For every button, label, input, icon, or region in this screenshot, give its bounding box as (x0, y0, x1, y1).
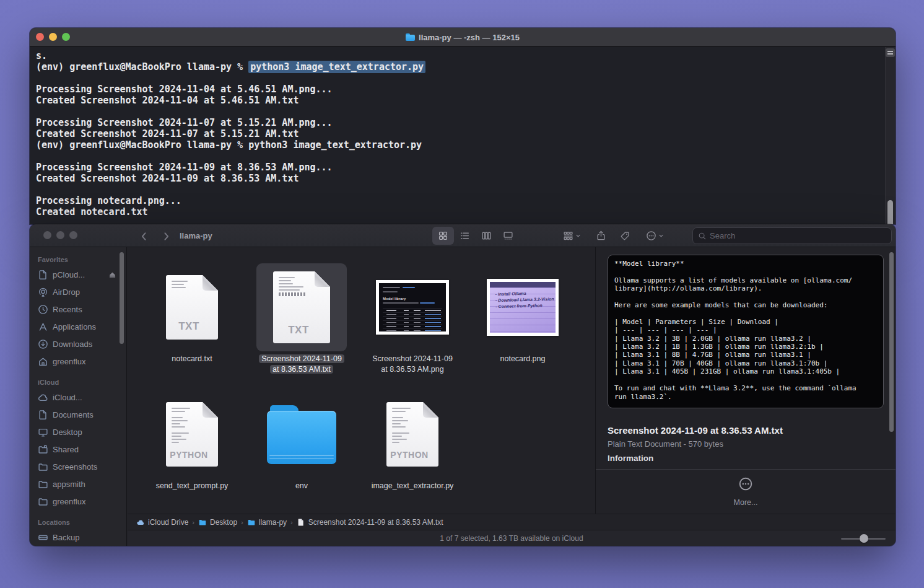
breadcrumb-llama-py[interactable]: llama-py (247, 518, 287, 527)
sidebar-item-recents[interactable]: Recents (30, 301, 126, 318)
terminal-line (36, 184, 885, 195)
preview-pane: **Model library** Ollama supports a list… (595, 247, 896, 546)
file-item-image-text-extractor.py[interactable]: PYTHON image_text_extractor.py (358, 390, 467, 491)
clock-icon (38, 304, 48, 315)
terminal-splitpane-button[interactable] (886, 48, 895, 57)
airdrop-icon (38, 287, 48, 297)
preview-file-meta: Plain Text Document - 570 bytes (608, 439, 723, 449)
sidebar-item-screenshots[interactable]: Screenshots (30, 458, 126, 475)
eject-icon[interactable] (107, 270, 118, 280)
finder-sidebar: FavoritespCloud...AirDropRecentsApplicat… (30, 247, 127, 546)
terminal-line: (env) greenflux@MacBookPro llama-py % py… (36, 139, 885, 151)
sidebar-item-label: AirDrop (53, 287, 80, 297)
share-button[interactable] (590, 227, 611, 245)
more-actions-button[interactable] (640, 227, 669, 245)
terminal-output[interactable]: s.(env) greenflux@MacBookPro llama-py % … (30, 47, 885, 224)
preview-text: **Model library** Ollama supports a list… (614, 260, 877, 401)
terminal-scrollbar-thumb[interactable] (887, 200, 893, 224)
sidebar-item-label: greenflux (53, 357, 85, 366)
terminal-line (36, 106, 885, 117)
sidebar-item-airdrop[interactable]: AirDrop (30, 283, 126, 301)
breadcrumb-separator: › (241, 519, 243, 526)
sidebar-item-greenflux[interactable]: greenflux (30, 493, 126, 510)
finder-window: llama-py Search FavoritespCloud...AirDro… (30, 224, 896, 546)
sidebar-item-documents[interactable]: Documents (30, 406, 126, 423)
file-label: at 8.36.53 AM.png (378, 365, 446, 374)
back-button[interactable] (136, 229, 151, 244)
terminal-titlebar[interactable]: llama-py — -zsh — 152×15 (30, 28, 896, 46)
terminal-line: Processing Screenshot 2024-11-07 at 5.15… (36, 117, 885, 128)
list-view-button[interactable] (454, 227, 476, 245)
sidebar-item-appsmith[interactable]: appsmith (30, 475, 126, 493)
sidebar-item-applications[interactable]: Applications (30, 318, 126, 335)
breadcrumb-screenshot-2024-11-09-at-8-36-53-am-txt[interactable]: Screenshot 2024-11-09 at 8.36.53 AM.txt (297, 518, 443, 527)
divider (596, 469, 896, 470)
icon-view-button[interactable] (432, 227, 454, 245)
sidebar-item-greenflux[interactable]: greenflux (30, 353, 126, 370)
file-grid: TXT notecard.txt TXT Screenshot 2024-11-… (128, 247, 595, 546)
selected-text: python3 image_text_extractor.py (248, 61, 425, 73)
terminal-title: llama-py — -zsh — 152×15 (30, 28, 896, 46)
file-label: Screenshot 2024-11-09 (370, 354, 455, 363)
sidebar-item-backup[interactable]: Backup (30, 529, 126, 546)
terminal-line: Created Screenshot 2024-11-09 at 8.36.53… (36, 173, 885, 184)
file-label: notecard.txt (169, 354, 214, 363)
zoom-button[interactable] (69, 231, 77, 239)
file-item-screenshot-2024-11-09-at-8.36.53-am.png[interactable]: Model library Screenshot 2024-11-09at 8.… (358, 263, 467, 374)
file-item-env[interactable]: env (247, 390, 356, 491)
py-file-icon: PYTHON (386, 402, 438, 467)
image-thumbnail: Model library (376, 280, 449, 335)
close-button[interactable] (43, 231, 51, 239)
cloudfill-icon (136, 518, 145, 527)
file-item-send-text-prompt.py[interactable]: PYTHON send_text_prompt.py (137, 390, 246, 491)
terminal-line: Processing notecard.png... (36, 195, 885, 206)
preview-scrollbar-thumb[interactable] (889, 252, 894, 432)
search-field[interactable]: Search (692, 227, 892, 244)
terminal-line: Processing Screenshot 2024-11-04 at 5.46… (36, 84, 885, 95)
sidebar-section-header: iCloud (38, 379, 126, 386)
path-bar: iCloud Drive›Desktop›llama-py›Screenshot… (128, 514, 896, 530)
more-label[interactable]: More... (596, 498, 896, 507)
breadcrumb-label: Desktop (210, 518, 237, 527)
icon-size-slider[interactable] (841, 538, 886, 540)
sidebar-item-desktop[interactable]: Desktop (30, 423, 126, 441)
terminal-line (36, 72, 885, 84)
gallery-view-button[interactable] (497, 227, 519, 245)
file-item-notecard.txt[interactable]: TXT notecard.txt (137, 263, 246, 364)
view-switcher (432, 227, 519, 245)
status-text: 1 of 7 selected, 1.63 TB available on iC… (128, 534, 896, 543)
terminal-line: Created notecard.txt (36, 206, 885, 217)
terminal-line (36, 151, 885, 162)
breadcrumb-label: llama-py (259, 518, 287, 527)
py-file-icon: PYTHON (166, 402, 218, 467)
finder-toolbar: llama-py Search (30, 224, 896, 247)
slider-knob[interactable] (860, 534, 868, 543)
terminal-scrollbar[interactable] (885, 47, 896, 224)
preview-information-label: Information (608, 454, 653, 463)
more-ellipsis-icon[interactable] (738, 476, 753, 494)
terminal-line: Processing Screenshot 2024-11-09 at 8.36… (36, 162, 885, 173)
shared-icon (38, 444, 48, 455)
file-item-notecard.png[interactable]: - Install Ollama- Download Llama 3.2-Vis… (468, 263, 577, 364)
txt-file-icon: TXT (166, 275, 218, 340)
sidebar-item-label: Screenshots (53, 462, 97, 472)
cloud-icon (38, 392, 48, 403)
breadcrumb-icloud-drive[interactable]: iCloud Drive (136, 518, 188, 527)
preview-text-box[interactable]: **Model library** Ollama supports a list… (608, 255, 884, 408)
breadcrumb-desktop[interactable]: Desktop (198, 518, 237, 527)
group-button[interactable] (557, 227, 586, 245)
breadcrumb-separator: › (290, 519, 293, 526)
sidebar-item-downloads[interactable]: Downloads (30, 335, 126, 353)
sidebar-item-pcloud-[interactable]: pCloud... (30, 266, 126, 283)
minimize-button[interactable] (56, 231, 64, 239)
sidebar-item-icloud-[interactable]: iCloud... (30, 388, 126, 406)
column-view-button[interactable] (476, 227, 497, 245)
tag-button[interactable] (614, 227, 635, 245)
doc-icon (38, 410, 48, 420)
sidebar-scrollbar-thumb[interactable] (120, 252, 124, 344)
more-section[interactable]: More... (596, 476, 896, 507)
sidebar-item-label: appsmith (53, 480, 85, 489)
sidebar-item-shared[interactable]: Shared (30, 441, 126, 458)
forward-button[interactable] (159, 229, 173, 244)
file-item-screenshot-2024-11-09-at-8.36.53-am.txt[interactable]: TXT Screenshot 2024-11-09at 8.36.53 AM.t… (247, 263, 356, 374)
